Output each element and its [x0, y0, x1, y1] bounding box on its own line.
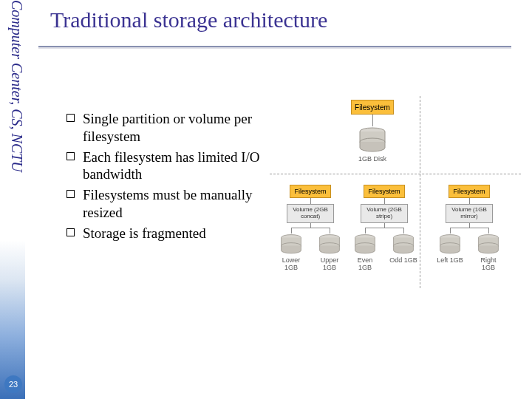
filesystem-box: Filesystem [290, 185, 331, 198]
bullet-item: Single partition or volume per filesyste… [66, 110, 288, 146]
connector [450, 228, 488, 228]
volume-box: Volume (1GB mirror) [446, 204, 493, 223]
disk-icon [358, 126, 387, 154]
connector [469, 198, 470, 204]
filesystem-box: Filesystem [364, 185, 405, 198]
connector [384, 198, 385, 204]
disk-label: Left 1GB [435, 257, 465, 265]
bullet-list: Single partition or volume per filesyste… [37, 110, 288, 245]
filesystem-box: Filesystem [449, 185, 490, 198]
disk-icon [477, 233, 500, 256]
bullet-item: Storage is fragmented [66, 225, 288, 242]
bullet-item: Each filesystem has limited I/O bandwidt… [66, 149, 288, 184]
connector [450, 228, 451, 233]
volume-box: Volume (2GB stripe) [361, 204, 408, 223]
disk-icon [279, 233, 303, 256]
connector [365, 228, 366, 233]
connector [330, 228, 330, 233]
connector [403, 228, 404, 233]
slide-title: Traditional storage architecture [50, 7, 327, 33]
connector [291, 228, 330, 228]
connector [310, 198, 311, 204]
disk-label-top: 1GB Disk [347, 156, 398, 163]
disk-label: Even 1GB [350, 257, 380, 272]
disk-icon [392, 233, 415, 256]
sidebar-institution: Computer Center, CS, NCTU [0, 0, 25, 244]
disk-icon [353, 233, 377, 256]
disk-icon [318, 233, 341, 256]
vertical-separator [420, 96, 420, 288]
disk-icon [438, 233, 462, 256]
volume-box: Volume (2GB concat) [287, 204, 334, 223]
slide-number: 23 [4, 375, 22, 393]
disk-label: Odd 1GB [389, 257, 418, 265]
connector [372, 115, 373, 126]
storage-diagram: Filesystem 1GB Disk Filesystem Volume (2… [273, 100, 517, 292]
connector [488, 228, 489, 233]
bullet-item: Filesystems must be manually resized [66, 186, 288, 222]
title-underline [38, 43, 511, 47]
connector [291, 228, 292, 233]
filesystem-box-top: Filesystem [351, 100, 394, 115]
horizontal-separator [270, 174, 521, 174]
connector [365, 228, 403, 228]
disk-label: Right 1GB [474, 257, 503, 272]
disk-label: Upper 1GB [315, 257, 344, 272]
disk-label: Lower 1GB [276, 257, 306, 272]
